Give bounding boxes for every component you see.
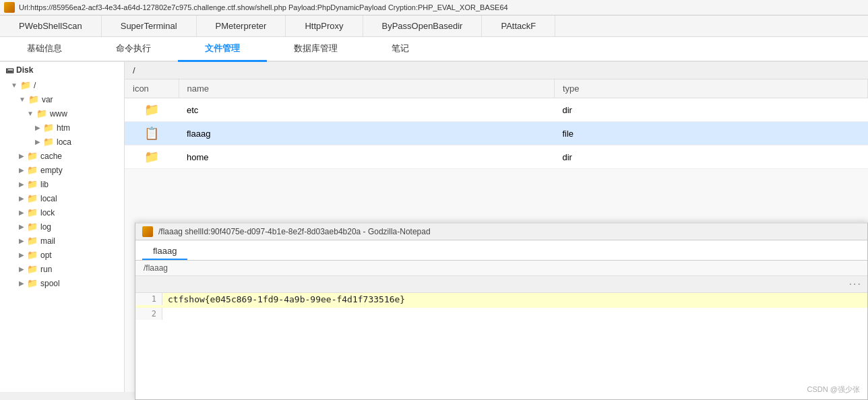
folder-icon: 📁: [27, 264, 38, 274]
sidebar-item-label: spool: [40, 279, 60, 288]
sidebar-item-mail[interactable]: ▶📁mail: [0, 234, 124, 248]
sidebar-item-spool[interactable]: ▶📁spool: [0, 276, 124, 290]
sub-nav-item-1[interactable]: 命令执行: [89, 37, 178, 61]
line-content[interactable]: ctfshow{e045c869-1fd9-4a9b-99ee-f4d1f733…: [162, 293, 867, 306]
folder-icon: 📁: [27, 165, 38, 175]
sidebar-item-www[interactable]: ▼📁www: [0, 106, 124, 121]
sidebar-item-/[interactable]: ▼📁/: [0, 78, 124, 92]
col-name: name: [179, 79, 554, 98]
folder-icon: 📁: [27, 151, 38, 161]
sidebar-item-loca[interactable]: ▶📁loca: [0, 135, 124, 149]
chevron-icon: ▶: [19, 251, 24, 259]
table-row[interactable]: 📁etcdir: [125, 98, 868, 122]
sidebar-item-label: local: [40, 194, 57, 203]
sub-nav-item-4[interactable]: 笔记: [365, 37, 436, 61]
folder-icon: 📁: [144, 103, 159, 116]
sidebar-item-label: cache: [40, 152, 62, 161]
table-row[interactable]: 📋flaaagfile: [125, 122, 868, 145]
sidebar-item-lib[interactable]: ▶📁lib: [0, 177, 124, 191]
sidebar-item-label: lib: [40, 180, 49, 189]
top-nav: PWebShellScanSuperTerminalPMeterpreterHt…: [0, 15, 868, 37]
chevron-icon: ▶: [19, 152, 24, 160]
sidebar-item-local[interactable]: ▶📁local: [0, 191, 124, 205]
sub-nav-item-3[interactable]: 数据库管理: [267, 37, 365, 61]
notepad-icon: [142, 226, 153, 237]
sidebar-item-label: htm: [57, 123, 70, 133]
sidebar-item-run[interactable]: ▶📁run: [0, 262, 124, 276]
folder-icon: 📁: [20, 80, 31, 90]
file-browser-path: /: [125, 62, 868, 79]
top-nav-item-1[interactable]: SuperTerminal: [102, 15, 197, 36]
sidebar-item-lock[interactable]: ▶📁lock: [0, 205, 124, 220]
file-icon-cell: 📋: [125, 122, 179, 145]
notepad-title-bar: /flaaag shellId:90f4075e-d097-4b1e-8e2f-…: [135, 224, 867, 240]
sidebar-item-opt[interactable]: ▶📁opt: [0, 248, 124, 262]
chevron-icon: ▼: [19, 96, 26, 103]
sidebar-item-htm[interactable]: ▶📁htm: [0, 121, 124, 135]
notepad-toolbar: ···: [135, 276, 867, 293]
col-type: type: [554, 79, 867, 98]
folder-icon: 📁: [43, 123, 54, 133]
folder-icon: 📁: [36, 108, 47, 119]
sidebar-item-label: run: [40, 265, 52, 274]
sidebar-item-cache[interactable]: ▶📁cache: [0, 149, 124, 163]
file-type-cell: dir: [554, 98, 867, 122]
sidebar-item-var[interactable]: ▼📁var: [0, 92, 124, 106]
watermark: CSDN @强少张: [807, 385, 860, 395]
file-table: icon name type 📁etcdir📋flaaagfile📁homedi…: [125, 79, 868, 169]
folder-icon: 📁: [27, 179, 38, 189]
col-icon: icon: [125, 79, 179, 98]
sidebar-item-empty[interactable]: ▶📁empty: [0, 163, 124, 177]
top-nav-item-2[interactable]: PMeterpreter: [197, 15, 286, 36]
top-nav-item-0[interactable]: PWebShellScan: [0, 15, 102, 36]
file-type-cell: dir: [554, 145, 867, 169]
table-row[interactable]: 📁homedir: [125, 145, 868, 169]
toolbar-more-icon[interactable]: ···: [849, 278, 862, 290]
folder-icon: 📁: [27, 278, 38, 288]
sub-nav-item-2[interactable]: 文件管理: [178, 37, 267, 62]
folder-icon: 📁: [144, 150, 159, 164]
chevron-icon: ▶: [35, 138, 40, 145]
line-content[interactable]: [162, 308, 867, 310]
line-number: 1: [135, 293, 162, 305]
sidebar: 🖴 Disk ▼📁/▼📁var▼📁www▶📁htm▶📁loca▶📁cache▶📁…: [0, 62, 125, 392]
sidebar-item-log[interactable]: ▶📁log: [0, 220, 124, 234]
sub-nav: 基础信息命令执行文件管理数据库管理笔记: [0, 37, 868, 62]
app-icon: [4, 2, 15, 13]
chevron-icon: ▼: [27, 110, 34, 117]
line-number: 2: [135, 308, 162, 320]
notepad-tab-flaaag[interactable]: flaaag: [142, 243, 187, 260]
chevron-icon: ▼: [11, 81, 18, 89]
sub-nav-item-0[interactable]: 基础信息: [0, 37, 89, 61]
top-nav-item-4[interactable]: ByPassOpenBasedir: [363, 15, 483, 36]
sidebar-item-label: loca: [57, 137, 71, 147]
notepad-tabs: flaaag: [135, 240, 867, 261]
notepad-editor[interactable]: 1ctfshow{e045c869-1fd9-4a9b-99ee-f4d1f73…: [135, 293, 867, 399]
notepad-title-text: /flaaag shellId:90f4075e-d097-4b1e-8e2f-…: [158, 227, 431, 236]
folder-icon: 📁: [43, 137, 54, 147]
chevron-icon: ▶: [19, 237, 24, 244]
folder-icon: 📁: [28, 94, 39, 104]
chevron-icon: ▶: [35, 124, 40, 131]
notepad-overlay: /flaaag shellId:90f4075e-d097-4b1e-8e2f-…: [135, 222, 868, 400]
notepad-path-bar: /flaaag: [135, 261, 867, 276]
url-bar: Url:https://85956ea2-acf3-4e34-a64d-1278…: [0, 0, 868, 15]
file-type-cell: file: [554, 122, 867, 145]
folder-icon: 📁: [27, 222, 38, 232]
chevron-icon: ▶: [19, 265, 24, 273]
file-icon-cell: 📁: [125, 145, 179, 169]
file-name-cell: etc: [179, 98, 554, 122]
folder-icon: 📁: [27, 207, 38, 218]
sidebar-item-label: www: [50, 109, 67, 119]
chevron-icon: ▶: [19, 279, 24, 287]
top-nav-item-5[interactable]: PAttackF: [482, 15, 555, 36]
sidebar-item-label: lock: [40, 208, 55, 218]
file-name-cell: home: [179, 145, 554, 169]
file-icon-cell: 📁: [125, 98, 179, 122]
sidebar-item-label: mail: [40, 236, 55, 246]
sidebar-item-label: /: [34, 81, 36, 90]
top-nav-item-3[interactable]: HttpProxy: [286, 15, 363, 36]
sidebar-header: 🖴 Disk: [0, 62, 124, 78]
chevron-icon: ▶: [19, 223, 24, 230]
chevron-icon: ▶: [19, 180, 24, 188]
